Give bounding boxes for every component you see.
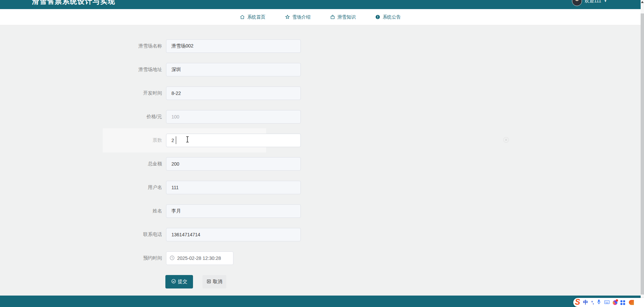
name-input[interactable]: [166, 204, 301, 218]
cancel-button[interactable]: 取消: [202, 275, 226, 288]
close-square-icon: [206, 279, 211, 285]
form-row-total-amount: 总金额: [0, 157, 641, 171]
nav-item-resorts[interactable]: 雪场介绍: [285, 14, 311, 20]
nav-item-label: 滑雪知识: [337, 14, 356, 20]
vertical-scrollbar[interactable]: [641, 0, 644, 307]
field-label: 姓名: [0, 208, 166, 214]
user-menu[interactable]: 欢迎111 ▼: [572, 0, 607, 6]
nav-item-label: 系统首页: [247, 14, 265, 20]
app-header: 滑雪售票系统设计与实现 欢迎111 ▼: [0, 0, 641, 9]
nav-item-knowledge[interactable]: 滑雪知识: [330, 14, 356, 20]
form-actions: 提交 取消: [0, 275, 641, 288]
avatar[interactable]: [572, 0, 582, 6]
ime-toolbar: S 中 °,: [573, 298, 644, 307]
main-nav: 系统首页 雪场介绍 滑雪知识 系统公告: [0, 9, 641, 25]
field-label: 预约时间: [0, 255, 166, 261]
skin-theme-icon[interactable]: [613, 300, 617, 305]
form-row-username: 用户名: [0, 181, 641, 194]
bag-icon: [330, 14, 335, 20]
open-time-input[interactable]: [166, 87, 301, 100]
field-label: 用户名: [0, 184, 166, 191]
info-icon: [375, 14, 380, 20]
form-row-phone: 联系电话: [0, 228, 641, 241]
nav-item-label: 雪场介绍: [292, 14, 311, 20]
keyboard-icon[interactable]: [604, 300, 610, 306]
form-row-open-time: 开发时间: [0, 87, 641, 100]
field-label: 票数: [0, 137, 166, 143]
booking-time-input[interactable]: [166, 251, 233, 265]
star-icon: [285, 14, 290, 20]
form-row-booking-time: 预约时间: [0, 251, 641, 265]
booking-form: 滑雪场名称 滑雪场地址 开发时间 价格/元 票数 总金额 用户名: [0, 25, 641, 288]
home-icon: [240, 14, 245, 20]
field-label: 总金额: [0, 161, 166, 167]
welcome-text: 欢迎111: [585, 0, 601, 4]
ibeam-cursor: [185, 136, 190, 144]
page-title: 滑雪售票系统设计与实现: [32, 0, 116, 6]
sogou-logo-icon[interactable]: S: [575, 298, 580, 306]
nav-item-label: 系统公告: [383, 14, 401, 20]
circle-check-icon: [171, 279, 176, 285]
form-row-name: 姓名: [0, 204, 641, 218]
form-row-ticket-count: 票数: [0, 134, 641, 147]
form-row-resort-address: 滑雪场地址: [0, 63, 641, 76]
field-label: 滑雪场名称: [0, 43, 166, 49]
datetime-picker[interactable]: [166, 251, 233, 265]
price-input[interactable]: [166, 110, 301, 124]
resort-address-input[interactable]: [166, 63, 301, 76]
scrollbar-thumb[interactable]: [641, 13, 644, 295]
ime-overflow-icon[interactable]: [629, 300, 634, 305]
text-caret: [176, 136, 176, 144]
username-input[interactable]: [166, 181, 301, 194]
page-footer: [0, 296, 641, 307]
chinese-mode-icon[interactable]: 中: [583, 299, 588, 306]
total-amount-input[interactable]: [166, 157, 301, 171]
resort-name-input[interactable]: [166, 39, 301, 53]
clear-circle-icon[interactable]: [503, 137, 509, 143]
punctuation-icon[interactable]: °,: [591, 300, 593, 305]
form-row-resort-name: 滑雪场名称: [0, 39, 641, 53]
submit-button-label: 提交: [178, 279, 187, 285]
form-row-price: 价格/元: [0, 110, 641, 124]
cancel-button-label: 取消: [213, 279, 222, 285]
page: 滑雪售票系统设计与实现 欢迎111 ▼ 系统首页 雪场介绍 滑雪知识: [0, 0, 644, 307]
nav-item-announcements[interactable]: 系统公告: [375, 14, 401, 20]
submit-button[interactable]: 提交: [165, 275, 193, 288]
microphone-icon[interactable]: [597, 299, 601, 306]
clock-icon: [169, 255, 175, 262]
nav-item-home[interactable]: 系统首页: [240, 14, 265, 20]
chevron-down-icon: ▼: [604, 0, 607, 3]
toolbox-icon[interactable]: [620, 300, 625, 305]
field-label: 价格/元: [0, 114, 166, 120]
field-label: 滑雪场地址: [0, 67, 166, 73]
field-label: 联系电话: [0, 232, 166, 238]
scroll-up-arrow-icon[interactable]: [641, 1, 644, 3]
phone-input[interactable]: [166, 228, 301, 241]
field-label: 开发时间: [0, 90, 166, 96]
